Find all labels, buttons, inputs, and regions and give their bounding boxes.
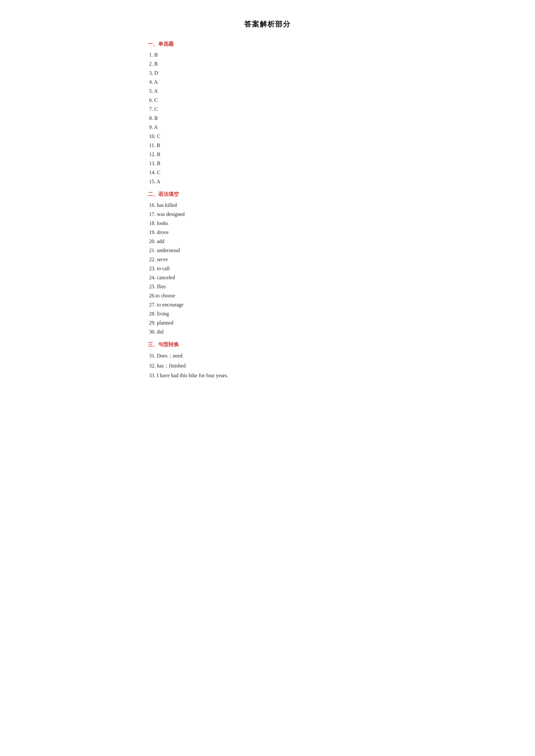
answer-item-section2-14: 29. planned — [148, 320, 387, 326]
answer-item-section1-3: 3. D — [148, 70, 387, 76]
answer-item-section2-6: 21. understood — [148, 248, 387, 254]
answer-item-section2-4: 19. drove — [148, 230, 387, 235]
answer-item-section2-15: 30. did — [148, 329, 387, 335]
answer-item-section1-12: 12. B — [148, 151, 387, 157]
answer-item-section2-2: 17. was designed — [148, 211, 387, 217]
answer-item-section1-9: 9. A — [148, 124, 387, 130]
answer-item-section1-5: 5. A — [148, 88, 387, 94]
answer-item-section1-11: 11. B — [148, 143, 387, 148]
section-header-section1: 一、单选题 — [148, 41, 387, 47]
answer-item-section2-9: 24. canceled — [148, 275, 387, 281]
answer-item-section1-4: 4. A — [148, 79, 387, 85]
answer-item-section1-14: 14. C — [148, 170, 387, 176]
answer-item-section2-5: 20. add — [148, 238, 387, 244]
answer-item-section3-1: 31. Does；need — [148, 353, 387, 360]
answer-item-section2-13: 28. living — [148, 311, 387, 317]
answer-item-section1-13: 13. B — [148, 161, 387, 167]
answer-item-section3-3: 33. I have had this bike for four years. — [148, 373, 387, 378]
answer-item-section1-7: 7. C — [148, 106, 387, 112]
answer-item-section2-1: 16. has killed — [148, 202, 387, 208]
section-header-section2: 二、语法填空 — [148, 191, 387, 198]
answer-item-section1-10: 10. C — [148, 133, 387, 139]
answer-item-section1-8: 8. B — [148, 115, 387, 121]
answer-item-section2-3: 18. looks — [148, 220, 387, 226]
answer-item-section2-8: 23. to call — [148, 266, 387, 272]
answer-item-section1-2: 2. B — [148, 61, 387, 67]
answer-item-section3-2: 32. has；finished — [148, 363, 387, 369]
page-title: 答案解析部分 — [148, 19, 387, 29]
content-area: 一、单选题1. B2. B3. D4. A5. A6. C7. C8. B9. … — [148, 41, 387, 378]
answer-item-section1-15: 15. A — [148, 179, 387, 185]
answer-item-section1-1: 1. B — [148, 52, 387, 58]
answer-item-section2-7: 22. serve — [148, 256, 387, 262]
section-header-section3: 三、句型转换 — [148, 341, 387, 348]
answer-item-section2-12: 27. to encourage — [148, 302, 387, 308]
answer-item-section2-11: 26.to choose — [148, 293, 387, 299]
answer-item-section2-10: 25. flies — [148, 284, 387, 290]
answer-item-section1-6: 6. C — [148, 97, 387, 103]
